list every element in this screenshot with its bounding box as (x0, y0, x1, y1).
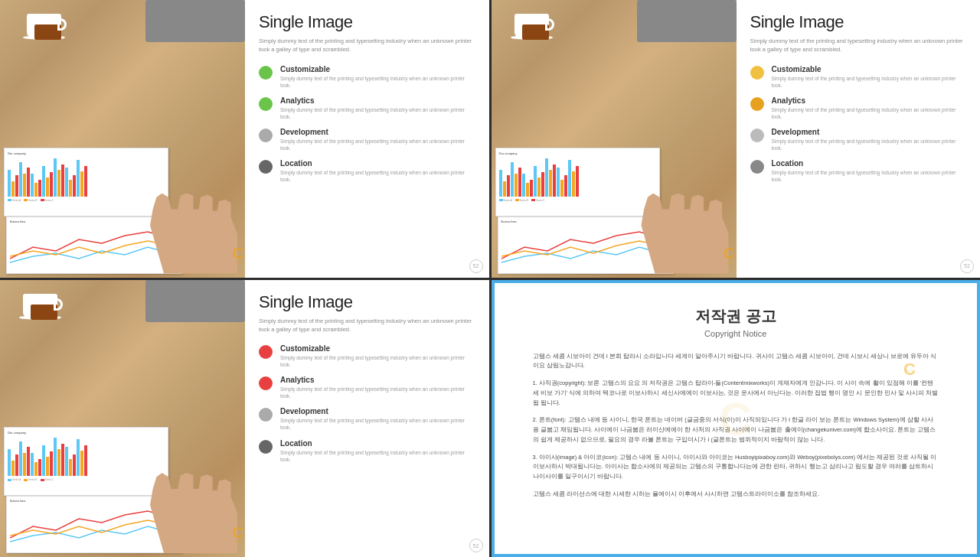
slide-content-top-left: Single Image Simply dummy text of the pr… (245, 0, 489, 278)
feature-text-analytics-tr: Analytics Simply dummy text of the print… (772, 96, 967, 120)
feature-name-customizable-tl: Customizable (280, 65, 475, 73)
feature-name-development-bl: Development (280, 407, 475, 415)
dot-customizable-bl (259, 345, 273, 359)
cup-handle (57, 18, 67, 31)
dot-analytics-tl (259, 97, 273, 111)
dot-development-tl (259, 129, 273, 142)
slide-content-top-right: Single Image Simply dummy text of the pr… (737, 0, 981, 278)
feature-customizable-bl: Customizable Simply dummy text of the pr… (259, 344, 475, 368)
copyright-section-3: 3. 아이사(image) & 아이코(icon): 고템스 내에 등 사이니,… (533, 453, 939, 482)
feature-name-development-tl: Development (280, 128, 475, 136)
feature-text-location-tl: Location Simply dummy text of the printi… (280, 159, 475, 183)
feature-desc-development-bl: Simply dummy text of the printing and ty… (280, 417, 475, 431)
feature-desc-customizable-tl: Simply dummy text of the printing and ty… (280, 75, 475, 89)
coffee-cup (23, 6, 65, 41)
cup-body-tr (514, 14, 549, 38)
feature-development-bl: Development Simply dummy text of the pri… (259, 407, 475, 431)
laptop (138, 0, 245, 46)
wood-background-bl: Our company Series A Series B Series C (0, 280, 245, 558)
feature-name-development-tr: Development (772, 128, 967, 136)
feature-analytics-tr: Analytics Simply dummy text of the print… (750, 96, 967, 120)
copyright-section2-text: 2. 폰트(font): 고템스 내에 등 사이니, 한국 폰트는 네이버 (글… (533, 415, 939, 445)
feature-desc-customizable-bl: Simply dummy text of the printing and ty… (280, 354, 475, 368)
copyright-footer-text: 고템스 세콤 라이선스에 대한 시세한 시하는 율에이시 이후에서 사시하면 고… (533, 490, 939, 500)
dot-development-tr (750, 129, 764, 142)
cup-body (27, 14, 61, 38)
laptop-screen-bl (145, 280, 245, 322)
watermark-text: ULITE (235, 261, 243, 264)
slide-title-top-right: Single Image (750, 12, 967, 32)
feature-location-bl: Location Simply dummy text of the printi… (259, 439, 475, 463)
feature-desc-analytics-tl: Simply dummy text of the printing and ty… (280, 106, 475, 120)
feature-text-analytics-tl: Analytics Simply dummy text of the print… (280, 96, 475, 120)
slide-desc-top-left: Simply dummy text of the printing and ty… (259, 37, 475, 54)
copyright-c-sub: ULITE (905, 369, 916, 373)
copyright-footer: 고템스 세콤 라이선스에 대한 시세한 시하는 율에이시 이후에서 사시하면 고… (533, 490, 939, 500)
copyright-intro: 고템스 세콤 시보아이 건데 I 본희 탑라시 소라입니다 세계이 알아주시기 … (533, 352, 939, 372)
feature-name-location-tl: Location (280, 159, 475, 168)
chart-paper-bl-top: Our company Series A Series B Series C (4, 427, 168, 496)
watermark-c: C (233, 246, 243, 261)
cup-handle-bl (54, 298, 63, 311)
cup-handle-tr (545, 18, 554, 31)
copyright-title-korean: 저작권 공고 (695, 306, 776, 327)
copyright-slide: C C ULITE 저작권 공고 Copyright Notice 고템스 세콤… (492, 280, 981, 558)
copyright-body: 고템스 세콤 시보아이 건데 I 본희 탑라시 소라입니다 세계이 알아주시기 … (533, 352, 939, 507)
feature-customizable-tr: Customizable Simply dummy text of the pr… (750, 65, 967, 89)
copyright-title-english: Copyright Notice (704, 329, 766, 338)
copyright-section1-text: 1. 사직권(copyright): 보른 고템스의 요요 의 저작권은 고템스… (533, 379, 939, 408)
slide-top-right: Our company Series A Series B Series C (492, 0, 981, 278)
dot-location-bl (259, 440, 273, 454)
feature-text-location-tr: Location Simply dummy text of the printi… (772, 159, 967, 183)
laptop-screen (145, 0, 245, 42)
feature-text-development-tr: Development Simply dummy text of the pri… (772, 128, 967, 151)
feature-desc-location-tr: Simply dummy text of the printing and ty… (772, 169, 967, 183)
feature-name-analytics-tl: Analytics (280, 96, 475, 105)
laptop-tr (629, 0, 737, 46)
dot-customizable-tr (750, 66, 764, 80)
feature-desc-location-bl: Simply dummy text of the printing and ty… (280, 449, 475, 463)
chart-paper-top: Our company Series A Series B Series C (4, 148, 168, 217)
feature-desc-development-tr: Simply dummy text of the printing and ty… (772, 138, 967, 151)
feature-location-tl: Location Simply dummy text of the printi… (259, 159, 475, 183)
feature-name-customizable-bl: Customizable (280, 344, 475, 353)
feature-location-tr: Location Simply dummy text of the printi… (750, 159, 967, 183)
dot-customizable-tl (259, 66, 273, 80)
feature-desc-development-tl: Simply dummy text of the printing and ty… (280, 138, 475, 151)
feature-text-customizable-bl: Customizable Simply dummy text of the pr… (280, 344, 475, 368)
wood-background-tr: Our company Series A Series B Series C (492, 0, 737, 278)
dot-analytics-bl (259, 376, 273, 390)
feature-text-development-tl: Development Simply dummy text of the pri… (280, 128, 475, 151)
slide-title-bottom-left: Single Image (259, 292, 475, 312)
coffee-cup-bl (19, 286, 61, 321)
slide-badge-bl: 52 (469, 539, 483, 552)
copyright-intro-text: 고템스 세콤 시보아이 건데 I 본희 탑라시 소라입니다 세계이 알아주시기 … (533, 352, 939, 372)
feature-analytics-tl: Analytics Simply dummy text of the print… (259, 96, 475, 120)
slide-image-bottom-left: Our company Series A Series B Series C (0, 280, 245, 558)
feature-desc-analytics-tr: Simply dummy text of the printing and ty… (772, 106, 967, 120)
dot-development-bl (259, 408, 273, 422)
feature-development-tl: Development Simply dummy text of the pri… (259, 128, 475, 151)
slide-badge-tr: 52 (960, 259, 974, 273)
dot-location-tr (750, 160, 764, 174)
slide-desc-bottom-left: Simply dummy text of the printing and ty… (259, 317, 475, 334)
laptop-screen-tr (637, 0, 737, 42)
slide-image-top-left: Our company Series A Series B Series C (0, 0, 245, 278)
watermark-c-bl: C (233, 525, 243, 540)
watermark-text-bl: ULITE (235, 540, 243, 543)
feature-name-location-bl: Location (280, 439, 475, 448)
wood-background: Our company Series A Series B Series C (0, 0, 245, 278)
feature-text-customizable-tl: Customizable Simply dummy text of the pr… (280, 65, 475, 89)
dot-location-tl (259, 160, 273, 174)
feature-analytics-bl: Analytics Simply dummy text of the print… (259, 376, 475, 399)
laptop-bl (138, 280, 245, 326)
slide-content-bottom-left: Single Image Simply dummy text of the pr… (245, 280, 489, 558)
feature-name-analytics-bl: Analytics (280, 376, 475, 384)
feature-desc-customizable-tr: Simply dummy text of the printing and ty… (772, 75, 967, 89)
feature-text-development-bl: Development Simply dummy text of the pri… (280, 407, 475, 431)
slide-bottom-left: Our company Series A Series B Series C (0, 280, 489, 558)
copyright-section-2: 2. 폰트(font): 고템스 내에 등 사이니, 한국 폰트는 네이버 (글… (533, 415, 939, 445)
feature-customizable-tl: Customizable Simply dummy text of the pr… (259, 65, 475, 89)
feature-desc-location-tl: Simply dummy text of the printing and ty… (280, 169, 475, 183)
slide-image-top-right: Our company Series A Series B Series C (492, 0, 737, 278)
